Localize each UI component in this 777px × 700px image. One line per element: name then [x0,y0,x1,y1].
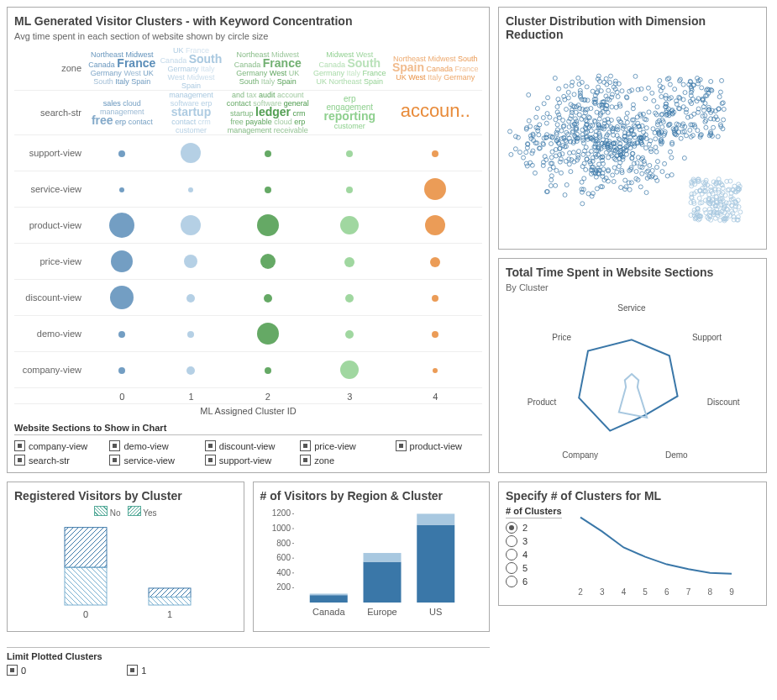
svg-point-603 [612,180,616,184]
cluster-radio[interactable]: 5 [506,562,562,574]
svg-point-196 [563,192,567,197]
filter-label: demo-view [123,441,168,451]
svg-point-89 [596,85,601,89]
limit-checkbox[interactable]: 0 [7,665,26,676]
svg-point-325 [584,145,588,150]
svg-point-717 [696,129,700,133]
row-label: support-view [14,135,87,171]
svg-point-690 [681,82,685,87]
svg-point-116 [638,185,643,189]
svg-point-372 [609,74,613,78]
svg-point-346 [640,171,644,176]
wordcloud-zone: Northeast Midwest Canada France Germany … [87,46,158,91]
bubble [257,214,279,236]
filter-checkbox[interactable]: price-view [300,440,386,451]
xaxis-tick: 1 [158,388,225,404]
cluster-radio[interactable]: 6 [506,576,562,587]
filter-checkbox[interactable]: demo-view [109,440,196,451]
svg-rect-3 [149,588,191,597]
svg-point-520 [557,115,561,119]
svg-point-760 [678,79,682,83]
svg-point-215 [564,108,569,112]
bubble-table: zoneNortheast Midwest Canada France Germ… [14,46,482,404]
svg-point-623 [654,137,658,141]
filter-checkbox[interactable]: product-view [396,440,482,451]
bubble [111,250,133,272]
filter-checkbox[interactable]: service-view [109,455,196,466]
svg-text:6: 6 [664,587,669,597]
svg-point-219 [533,171,537,175]
filter-checkbox[interactable]: support-view [205,455,291,466]
svg-text:7: 7 [685,587,690,597]
bubble [432,150,438,157]
svg-point-286 [574,110,578,114]
cluster-spec-title: Specify # of Clusters for ML [506,489,759,503]
bubble [119,187,124,192]
bubble [187,331,194,338]
bubble [346,150,353,157]
filter-checkbox[interactable]: discount-view [205,440,291,451]
filter-checkbox[interactable]: company-view [14,440,101,451]
wordcloud-search: management software erp startup contact … [158,91,225,135]
svg-point-143 [573,117,577,121]
svg-point-591 [614,105,618,109]
svg-point-488 [608,81,612,85]
svg-point-680 [716,134,720,139]
svg-point-88 [544,121,549,125]
filter-label: service-view [123,455,175,466]
svg-point-36 [612,166,617,170]
svg-point-59 [524,150,528,155]
svg-point-614 [654,145,658,150]
svg-point-257 [660,170,664,174]
bubble [346,187,353,193]
svg-point-502 [627,181,631,185]
svg-point-531 [650,91,654,95]
svg-point-770 [681,105,685,109]
region-chart: 20040060080010001200CanadaEuropeUS [260,506,479,619]
bubble [432,331,438,338]
limit-checkbox[interactable]: 1 [127,665,146,676]
svg-point-535 [554,168,559,172]
svg-point-310 [643,146,648,150]
cluster-radio[interactable]: 4 [506,549,562,561]
svg-point-456 [545,112,549,116]
bubble [186,366,195,375]
cluster-radio[interactable]: 3 [506,535,562,547]
bubble [110,286,134,309]
row-label: company-view [14,352,87,388]
svg-point-283 [508,129,512,134]
svg-point-496 [643,97,648,101]
bubble [181,143,201,163]
svg-point-461 [646,169,650,173]
svg-point-654 [718,90,722,94]
svg-point-273 [618,138,622,142]
filter-checkbox[interactable]: search-str [14,455,101,466]
svg-text:400: 400 [276,568,291,577]
svg-point-688 [720,78,724,82]
row-label-search: search-str [14,91,87,135]
svg-point-594 [564,183,569,187]
svg-point-319 [549,184,553,188]
svg-text:2: 2 [578,587,583,597]
bubble [340,216,359,234]
svg-text:Discount: Discount [707,397,740,407]
bubble [109,213,134,238]
wordcloud-search: and tax audit account contact software g… [224,91,311,135]
section-filter-title: Website Sections to Show in Chart [14,423,482,435]
filter-checkbox[interactable]: zone [300,455,386,466]
svg-point-710 [722,107,726,111]
svg-point-777 [713,216,717,220]
svg-point-612 [625,120,629,124]
svg-rect-25 [417,513,454,524]
section-filter-grid: company-viewdemo-viewdiscount-viewprice-… [14,440,482,466]
svg-marker-958 [619,374,647,418]
svg-point-453 [576,150,580,154]
svg-point-324 [527,118,531,123]
bubble [345,330,354,339]
svg-point-312 [647,110,651,114]
svg-point-221 [654,166,659,170]
cluster-radio[interactable]: 2 [506,522,562,534]
xaxis-tick: 0 [87,388,158,404]
scatter-panel: Cluster Distribution with Dimension Redu… [498,7,767,250]
bubble [340,361,359,379]
